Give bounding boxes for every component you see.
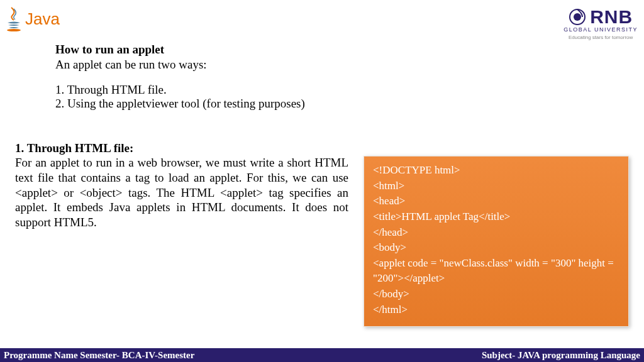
code-line: <applet code = "newClass.class" width = … [373,256,619,287]
code-example: <!DOCTYPE html> <html> <head> <title>HTM… [364,156,629,327]
footer-right: Subject- JAVA programming Language [482,350,640,361]
list-item-1: 1. Through HTML file. [55,83,625,97]
rnb-sub-text: GLOBAL UNIVERSITY [564,26,638,33]
java-logo-text: Java [25,9,60,29]
java-logo: Java [5,6,60,31]
section-body: For an applet to run in a web browser, w… [15,155,348,230]
header: Java RNB GLOBAL UNIVERSITY Educating sta… [0,6,644,44]
slide-title: How to run an applet [55,43,625,57]
rnb-name-text: RNB [590,6,633,28]
list-item-2: 2. Using the appletviewer tool (for test… [55,97,625,111]
rnb-logo-main: RNB [564,6,638,28]
intro-text: An applet can be run two ways: [55,58,625,72]
footer: Programme Name Semester- BCA-IV-Semester… [0,348,644,362]
rnb-tagline-text: Educating stars for tomorrow [564,35,638,40]
code-line: </html> [373,302,619,318]
code-line: </body> [373,287,619,302]
main-content: How to run an applet An applet can be ru… [55,43,625,111]
java-cup-icon [5,6,23,31]
rnb-logo: RNB GLOBAL UNIVERSITY Educating stars fo… [564,6,638,40]
svg-point-0 [7,29,21,31]
svg-point-2 [574,13,581,21]
code-line: </head> [373,225,619,241]
code-line: <body> [373,240,619,256]
footer-left: Programme Name Semester- BCA-IV-Semester [4,350,194,361]
code-line: <html> [373,178,619,194]
section-html-file: 1. Through HTML file: For an applet to r… [15,141,348,230]
code-line: <!DOCTYPE html> [373,163,619,178]
section-subheading: 1. Through HTML file: [15,141,348,155]
rnb-globe-icon [569,8,586,26]
code-line: <head> [373,194,619,209]
code-line: <title>HTML applet Tag</title> [373,209,619,225]
